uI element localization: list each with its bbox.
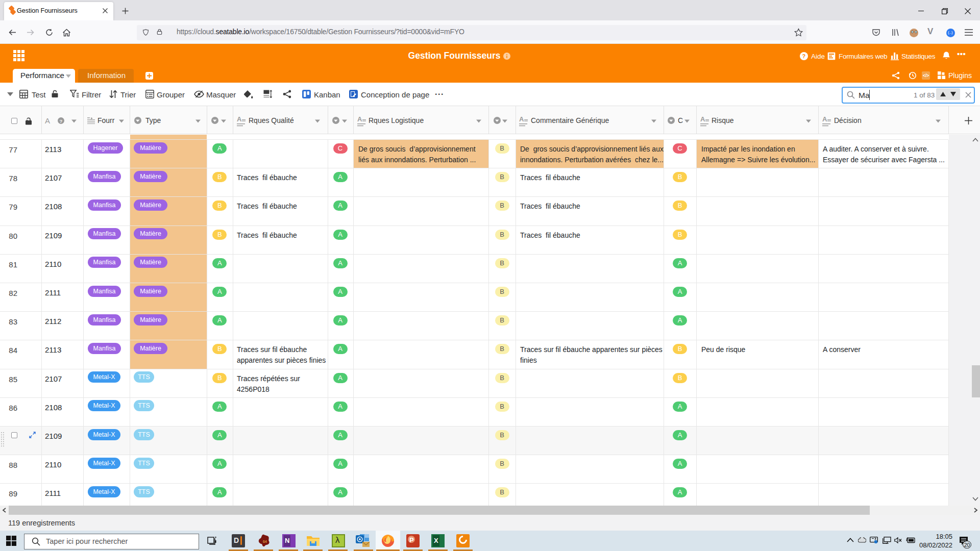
svg-text:64: 64 (263, 540, 267, 543)
